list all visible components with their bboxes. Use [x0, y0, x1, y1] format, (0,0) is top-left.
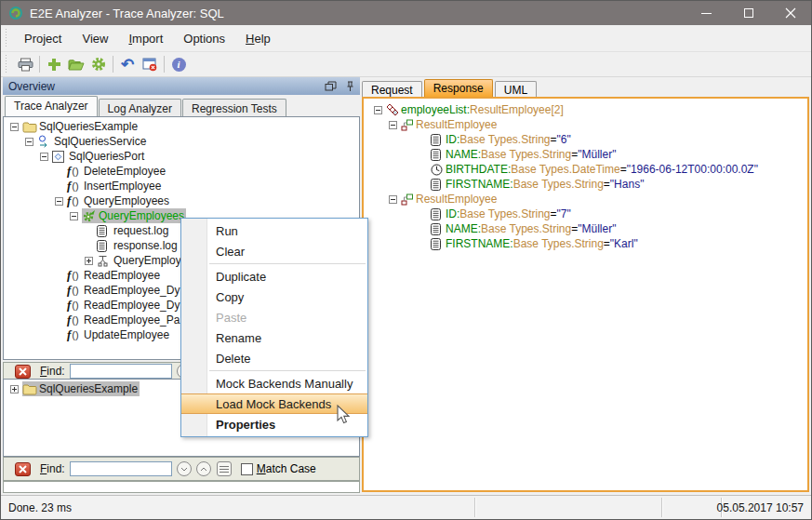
collapse-expander-icon[interactable] — [7, 123, 22, 131]
tab-uml[interactable]: UML — [495, 81, 537, 97]
print-button[interactable] — [14, 54, 36, 74]
menu-item-duplicate[interactable]: Duplicate — [181, 266, 367, 287]
tree-row[interactable]: NAME: Base Types.String = "Müller" — [367, 147, 805, 162]
match-case-checkbox[interactable] — [241, 463, 253, 475]
element-type: ResultEmployee — [416, 118, 497, 131]
collapse-expander-icon[interactable] — [371, 106, 386, 114]
find-previous-button[interactable] — [196, 461, 211, 476]
collapse-expander-icon[interactable] — [67, 212, 82, 220]
tab-response[interactable]: Response — [424, 79, 493, 97]
tab-request[interactable]: Request — [362, 81, 422, 97]
folder-icon — [22, 383, 37, 395]
minimize-button[interactable] — [686, 1, 727, 25]
menu-item-rename[interactable]: Rename — [181, 327, 367, 348]
tree-row[interactable]: BIRTHDATE: Base Types.DateTime = "1966-0… — [367, 162, 805, 177]
field-name: FIRSTNAME: — [446, 237, 513, 250]
new-button[interactable] — [43, 54, 65, 74]
close-button[interactable] — [769, 1, 811, 25]
menu-item-mock-backends-manually[interactable]: Mock Backends Manually — [181, 373, 367, 393]
tree-row[interactable]: ResultEmployee — [367, 192, 805, 207]
tree-row[interactable]: SqlQueriesService — [4, 134, 359, 149]
print-icon — [18, 58, 33, 72]
menu-options[interactable]: Options — [173, 28, 235, 49]
pin-icon[interactable] — [346, 81, 354, 92]
tree-row[interactable]: employeeList: ResultEmployee[2] — [367, 102, 805, 117]
menu-item-clear[interactable]: Clear — [181, 241, 367, 261]
trace-window-button[interactable] — [139, 54, 161, 74]
menubar-grip-handle[interactable] — [4, 29, 8, 47]
function-icon — [67, 327, 82, 342]
tree-row[interactable]: SqlQueriesPort — [4, 149, 359, 164]
menu-item-run[interactable]: Run — [181, 220, 367, 241]
collapse-expander-icon[interactable] — [52, 197, 67, 206]
menu-item-delete[interactable]: Delete — [181, 348, 367, 368]
struct-icon — [401, 193, 416, 206]
menu-project[interactable]: Project — [14, 28, 72, 49]
app-logo-icon — [8, 6, 24, 20]
window-title: E2E Analyzer - Trace Analyzer: SQL — [30, 7, 224, 20]
log-document-icon — [97, 240, 112, 252]
highlight-all-button[interactable] — [217, 461, 232, 476]
function-icon — [67, 268, 82, 283]
find-label: Find: — [40, 462, 65, 475]
expand-expander-icon[interactable] — [7, 385, 22, 393]
tree-label: SqlQueriesExample — [37, 120, 140, 133]
find-next-button[interactable] — [177, 461, 192, 476]
array-list-icon — [386, 103, 401, 116]
tree-row[interactable]: ID: Base Types.String = "6" — [367, 132, 805, 147]
close-find-button[interactable] — [15, 462, 31, 476]
undo-icon: ↶ — [121, 57, 134, 73]
tree-row[interactable]: FIRSTNAME: Base Types.String = "Karl" — [367, 236, 805, 251]
find-input[interactable] — [70, 364, 172, 379]
menu-import[interactable]: Import — [118, 28, 173, 49]
tree-row[interactable]: InsertEmployee — [4, 179, 359, 193]
tree-row[interactable]: NAME: Base Types.String = "Müller" — [367, 221, 805, 236]
overview-header: Overview — [3, 77, 360, 95]
function-icon — [67, 283, 82, 298]
field-value: "Karl" — [610, 237, 638, 250]
gear-icon — [91, 57, 106, 72]
tree-row[interactable]: SqlQueriesExample — [4, 119, 359, 134]
field-document-icon — [431, 238, 446, 250]
field-document-icon — [431, 223, 446, 235]
open-button[interactable] — [65, 54, 87, 74]
toolbar-grip-handle[interactable] — [4, 55, 8, 73]
tree-row[interactable]: QueryEmployees — [4, 193, 359, 208]
field-value: "Müller" — [578, 222, 616, 235]
menu-separator — [209, 263, 366, 264]
find-input[interactable] — [70, 461, 172, 476]
tab-trace-analyzer[interactable]: Trace Analyzer — [5, 96, 98, 116]
maximize-button[interactable] — [727, 1, 769, 25]
tree-row[interactable]: ResultEmployee — [367, 117, 805, 132]
collapse-expander-icon[interactable] — [386, 195, 401, 204]
element-type: ResultEmployee[2] — [470, 103, 564, 116]
main-area: Overview Trace Analyzer Log Analyzer Reg… — [1, 77, 812, 495]
tree-label: ReadEmployee — [82, 269, 162, 282]
undo-button[interactable]: ↶ — [116, 54, 139, 74]
tab-log-analyzer[interactable]: Log Analyzer — [99, 99, 181, 116]
collapse-expander-icon[interactable] — [386, 121, 401, 129]
settings-button[interactable] — [87, 54, 110, 74]
tab-regression-tests[interactable]: Regression Tests — [182, 99, 286, 116]
menu-help[interactable]: Help — [235, 28, 281, 49]
datetime-clock-icon — [431, 164, 446, 176]
tree-row[interactable]: ID: Base Types.String = "7" — [367, 207, 805, 221]
close-find-button[interactable] — [15, 365, 31, 379]
tree-row[interactable]: DeleteEmployee — [4, 164, 359, 179]
tree-label: QueryEmployees — [82, 194, 171, 207]
collapse-expander-icon[interactable] — [22, 138, 37, 146]
float-window-icon[interactable] — [325, 81, 337, 91]
tree-label: ReadEmployee_Pa — [82, 313, 181, 327]
menu-separator — [209, 370, 366, 371]
menu-item-copy[interactable]: Copy — [181, 287, 367, 307]
expand-expander-icon[interactable] — [82, 257, 97, 265]
menu-view[interactable]: View — [72, 28, 118, 49]
tree-row[interactable]: FIRSTNAME: Base Types.String = "Hans" — [367, 177, 805, 192]
field-value: "6" — [557, 133, 571, 146]
collapse-expander-icon[interactable] — [37, 153, 52, 161]
status-bar: Done. 23 ms 05.05.2017 10:57 — [1, 495, 811, 519]
info-button[interactable] — [167, 54, 190, 74]
field-type: Base Types.String — [513, 237, 604, 250]
port-icon — [52, 151, 67, 163]
field-type: Base Types.String — [481, 148, 571, 161]
